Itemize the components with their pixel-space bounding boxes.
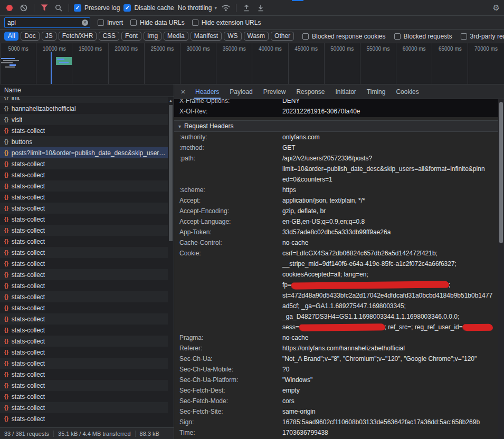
request-name: stats-collect [12, 360, 45, 367]
scroll-up-icon[interactable]: ▲ [169, 99, 173, 102]
request-row[interactable]: {} stats-collect [0, 369, 174, 380]
filter-chip[interactable]: Doc [21, 32, 39, 41]
request-name: posts?limit=10&order=publish_date_desc&s… [12, 149, 166, 157]
request-list: ▲ {} init {} hannahelizabethofficial {} … [0, 97, 174, 427]
preserve-log-checkbox[interactable]: ✓ [74, 4, 81, 12]
filter-chip[interactable]: Other [271, 32, 294, 41]
braces-icon: {} [4, 349, 8, 355]
hide-data-urls-checkbox[interactable] [130, 20, 137, 26]
request-row[interactable]: {} visit [0, 114, 174, 125]
filter-chip[interactable]: Fetch/XHR [59, 32, 97, 41]
network-conditions-button[interactable] [221, 3, 231, 13]
waterfall-bar [5, 66, 15, 68]
disable-cache-checkbox[interactable]: ✓ [123, 4, 131, 12]
request-row[interactable]: {} stats-collect [0, 225, 174, 236]
braces-icon: {} [4, 305, 8, 311]
blocked-requests-label: Blocked requests [404, 33, 452, 40]
request-name: stats-collect [12, 216, 45, 223]
request-row[interactable]: {} stats-collect [0, 247, 174, 258]
request-row[interactable]: {} init [0, 97, 174, 103]
name-column-header[interactable]: Name [0, 84, 174, 97]
record-button[interactable] [4, 3, 15, 13]
throttling-select[interactable]: No throttling ▾ [178, 4, 217, 12]
request-list-scrollbar[interactable]: ▲ [168, 97, 174, 427]
settings-button[interactable]: ⚙ [493, 3, 500, 13]
detail-scrollbar[interactable] [498, 99, 504, 439]
clear-button[interactable] [18, 3, 29, 13]
scrollbar-thumb[interactable] [499, 102, 503, 243]
filter-chip[interactable]: WS [224, 32, 241, 41]
waterfall-bar [59, 62, 69, 63]
filter-chip[interactable]: Img [144, 32, 161, 41]
request-row[interactable]: {} stats-collect [0, 269, 174, 280]
request-row[interactable]: {} stats-collect [0, 380, 174, 391]
timeline-cell: 70000 ms [468, 43, 503, 84]
clear-filter-icon[interactable]: × [82, 20, 88, 26]
search-button[interactable] [53, 3, 64, 13]
request-row[interactable]: {} stats-collect [0, 358, 174, 369]
network-overview-timeline[interactable]: 5000 ms10000 ms15000 ms20000 ms25000 ms3… [0, 43, 504, 84]
request-row[interactable]: {} stats-collect [0, 180, 174, 192]
filter-chip[interactable]: All [4, 32, 18, 41]
request-row[interactable]: {} stats-collect [0, 302, 174, 313]
detail-tab[interactable]: Response [291, 84, 330, 99]
filter-chip[interactable]: CSS [99, 32, 119, 41]
header-value: https [282, 185, 296, 195]
request-row[interactable]: {} stats-collect [0, 413, 174, 424]
request-row[interactable]: {} stats-collect [0, 313, 174, 325]
hide-extension-urls-checkbox[interactable] [192, 20, 198, 26]
request-row[interactable]: {} stats-collect [0, 258, 174, 269]
request-row[interactable]: {} stats-collect [0, 214, 174, 225]
blocked-requests-checkbox[interactable] [394, 33, 401, 40]
import-har-button[interactable] [241, 3, 252, 13]
request-headers-section-toggle[interactable]: ▾ Request Headers [174, 120, 504, 132]
filter-chip[interactable]: Font [121, 32, 141, 41]
detail-tab[interactable]: Timing [362, 84, 391, 99]
request-row[interactable]: {} stats-collect [0, 391, 174, 402]
detail-tab[interactable]: Initiator [330, 84, 361, 99]
detail-tab[interactable]: Headers [190, 84, 224, 99]
filter-input[interactable] [7, 19, 80, 26]
request-row[interactable]: {} stats-collect [0, 125, 174, 136]
request-row[interactable]: {} stats-collect [0, 158, 174, 169]
blocked-response-cookies-checkbox[interactable] [302, 33, 309, 40]
request-row[interactable]: {} posts?limit=10&order=publish_date_des… [0, 147, 174, 158]
request-name: buttons [12, 138, 32, 146]
request-name: stats-collect [12, 349, 45, 356]
filter-chip[interactable]: Wasm [244, 32, 269, 41]
detail-tab[interactable]: Preview [258, 84, 291, 99]
filter-chip[interactable]: Manifest [191, 32, 222, 41]
active-panel-tab-indicator [292, 0, 303, 1]
detail-tab[interactable]: Cookies [391, 84, 424, 99]
request-row[interactable]: {} stats-collect [0, 291, 174, 302]
export-har-button[interactable] [255, 3, 266, 13]
request-row[interactable]: {} buttons [0, 136, 174, 147]
header-name: Cookie: [179, 248, 282, 332]
filter-chip[interactable]: JS [42, 32, 56, 41]
header-name: Sec-Ch-Ua-Mobile: [179, 364, 282, 375]
detail-tab[interactable]: Payload [224, 84, 258, 99]
header-value: en-GB,en-US;q=0.9,en;q=0.8 [282, 216, 365, 227]
close-icon[interactable]: × [176, 87, 190, 96]
request-row[interactable]: {} hannahelizabethofficial [0, 103, 174, 114]
header-row: Sec-Fetch-Site: same-origin [174, 406, 504, 417]
invert-checkbox[interactable] [98, 20, 104, 26]
request-row[interactable]: {} stats-collect [0, 169, 174, 180]
request-row[interactable]: {} stats-collect [0, 347, 174, 358]
request-row[interactable]: {} stats-collect [0, 236, 174, 247]
header-value: 202312261916-30670fa40e [282, 106, 360, 117]
header-value: GET [282, 142, 296, 153]
third-party-requests-checkbox[interactable] [461, 33, 467, 40]
filter-toggle-button[interactable] [39, 3, 50, 13]
request-row[interactable]: {} stats-collect [0, 280, 174, 291]
braces-icon: {} [4, 139, 8, 145]
scrollbar-thumb[interactable] [169, 105, 173, 241]
request-row[interactable]: {} stats-collect [0, 203, 174, 214]
request-row[interactable]: {} stats-collect [0, 325, 174, 336]
header-name: :path: [179, 153, 282, 185]
request-row[interactable]: {} stats-collect [0, 336, 174, 347]
request-row[interactable]: {} stats-collect [0, 192, 174, 203]
request-row[interactable]: {} stats-collect [0, 402, 174, 413]
header-name: Pragma: [179, 332, 282, 343]
filter-chip[interactable]: Media [164, 32, 188, 41]
